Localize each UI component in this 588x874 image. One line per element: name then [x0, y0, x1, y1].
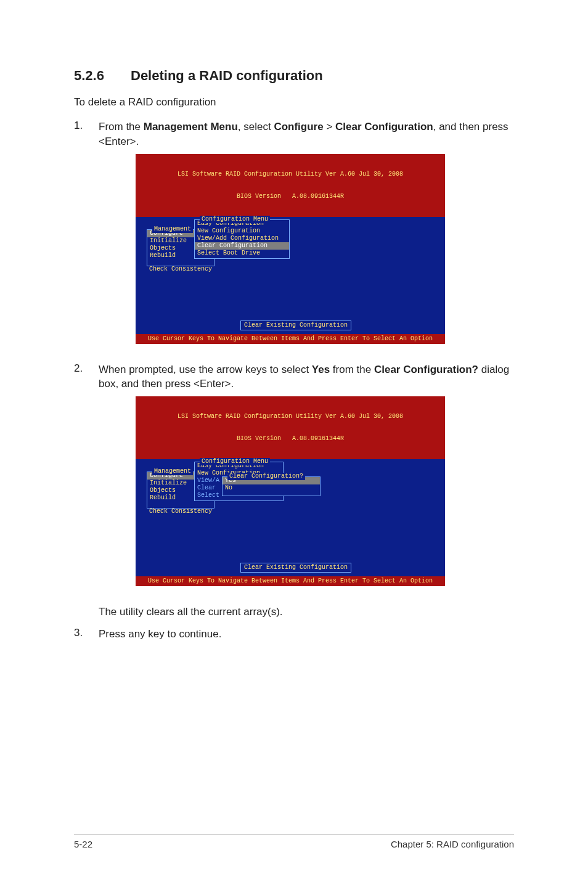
step-body: The utility clears all the current array…	[99, 605, 514, 619]
intro-text: To delete a RAID configuration	[74, 96, 514, 108]
configuration-menu-label: Configuration Menu	[200, 458, 270, 465]
menu-item-check-consistency[interactable]: Check Consistency	[147, 508, 214, 515]
section-heading: 5.2.6Deleting a RAID configuration	[74, 68, 514, 84]
bios-footer: Use Cursor Keys To Navigate Between Item…	[136, 576, 445, 586]
page: 5.2.6Deleting a RAID configuration To de…	[0, 0, 588, 874]
section-title: Deleting a RAID configuration	[131, 68, 323, 83]
step-2: 2. When prompted, use the arrow keys to …	[74, 362, 514, 598]
step-1: 1. From the Management Menu, select Conf…	[74, 120, 514, 355]
steps-list: 1. From the Management Menu, select Conf…	[74, 120, 514, 642]
step-body: When prompted, use the arrow keys to sel…	[99, 362, 514, 598]
status-box: Clear Existing Configuration	[240, 563, 351, 573]
bios-screenshot-2: LSI Software RAID Configuration Utility …	[136, 396, 445, 586]
step-number: 1.	[74, 120, 99, 132]
step-number: 2.	[74, 362, 99, 375]
menu-item-clear-config[interactable]: Clear Configuration	[195, 242, 289, 250]
status-box: Clear Existing Configuration	[240, 321, 351, 330]
clear-configuration-dialog-label: Clear Configuration?	[227, 473, 305, 480]
configuration-menu: Configuration Menu Easy Configuration Ne…	[194, 219, 290, 259]
clear-configuration-dialog: Clear Configuration? Yes No	[222, 476, 321, 496]
configuration-menu-label: Configuration Menu	[200, 216, 270, 223]
bios-footer: Use Cursor Keys To Navigate Between Item…	[136, 334, 445, 344]
step-result: The utility clears all the current array…	[74, 605, 514, 619]
management-menu-label: Management	[152, 468, 193, 475]
menu-item-viewadd-config[interactable]: View/Add Configuration	[195, 235, 289, 242]
bios-header: LSI Software RAID Configuration Utility …	[136, 396, 445, 459]
step-body: Press any key to continue.	[99, 627, 514, 642]
bios-body: Management Configure Initialize Objects …	[136, 459, 445, 576]
chapter-title: Chapter 5: RAID configuration	[391, 839, 514, 849]
step-body: From the Management Menu, select Configu…	[99, 120, 514, 355]
section-number: 5.2.6	[74, 68, 131, 84]
bios-body: Management Configure Initialize Objects …	[136, 217, 445, 334]
menu-item-select-boot-drive[interactable]: Select Boot Drive	[195, 250, 289, 257]
management-menu-label: Management	[152, 226, 193, 233]
page-number: 5-22	[74, 839, 92, 849]
step-number: 3.	[74, 627, 99, 639]
bios-header: LSI Software RAID Configuration Utility …	[136, 154, 445, 217]
menu-item-new-config[interactable]: New Configuration	[195, 227, 289, 235]
menu-item-check-consistency[interactable]: Check Consistency	[147, 266, 214, 273]
step-3: 3. Press any key to continue.	[74, 627, 514, 642]
dialog-no[interactable]: No	[223, 484, 320, 492]
bios-screenshot-1: LSI Software RAID Configuration Utility …	[136, 154, 445, 344]
page-footer: 5-22 Chapter 5: RAID configuration	[74, 835, 514, 849]
